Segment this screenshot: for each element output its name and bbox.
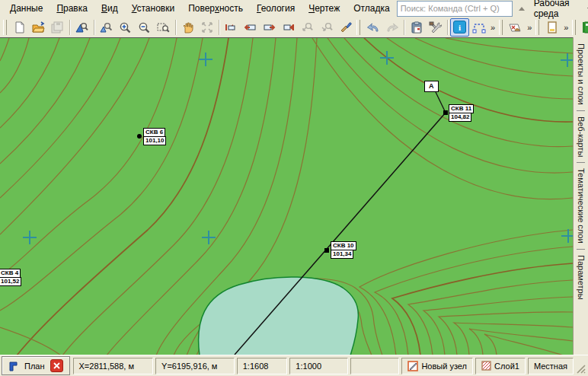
menu-surface[interactable]: Поверхность: [181, 1, 250, 16]
cursor-y-field: Y=6195,916, м: [155, 358, 235, 374]
map-canvas[interactable]: А СКВ 6101,10СКВ 11104,82СКВ 10101,34СКВ…: [0, 37, 573, 355]
zoom-history-forward-button[interactable]: [317, 18, 336, 37]
nav-prev-fragment-button[interactable]: [241, 18, 260, 37]
grid-cross-icon: [199, 53, 213, 66]
tab-thematic-layers[interactable]: Тематические слои: [577, 165, 586, 247]
grid-cross-icon: [23, 231, 37, 244]
nav-last-fragment-button[interactable]: [279, 18, 298, 37]
status-bar: План X=2811,588, м Y=6195,916, м 1:1608 …: [0, 355, 588, 376]
well-marker: [324, 248, 329, 253]
tab-projects-and-layers[interactable]: Проекты и слои: [577, 40, 586, 108]
info-button[interactable]: i: [450, 18, 469, 37]
toolbar-grip[interactable]: [3, 20, 7, 35]
coordinate-system-cell[interactable]: Местная: [528, 358, 574, 374]
nav-next-fragment-button[interactable]: [260, 18, 279, 37]
refresh-button[interactable]: [336, 18, 355, 37]
well-marker: [137, 134, 142, 139]
undo-button[interactable]: [363, 18, 382, 37]
fit-extents-button[interactable]: [197, 18, 216, 37]
plan-tab[interactable]: План: [2, 356, 70, 375]
toolbar-overflow-chevron[interactable]: »: [488, 20, 497, 35]
menu-drawing[interactable]: Чертеж: [302, 1, 347, 16]
menu-view[interactable]: Вид: [94, 1, 125, 16]
new-node-icon: [407, 361, 418, 371]
redo-button[interactable]: [382, 18, 401, 37]
tab-web-maps[interactable]: Веб-карты: [577, 113, 586, 160]
toolbar-grip[interactable]: [499, 20, 503, 35]
toolbar-overflow-chevron[interactable]: »: [561, 20, 570, 35]
resize-grip[interactable]: [576, 364, 586, 376]
toolbar-grip[interactable]: [535, 20, 539, 35]
toolbar-grip[interactable]: [356, 20, 360, 35]
pan-button[interactable]: [178, 18, 197, 37]
paste-button[interactable]: [407, 18, 426, 37]
zoom-in-button[interactable]: [116, 18, 135, 37]
open-button[interactable]: [29, 18, 48, 37]
plan-icon: [8, 361, 19, 371]
workspace-label: Рабочая среда: [534, 0, 584, 19]
menu-bar: Данные Правка Вид Установки Поверхность …: [0, 0, 588, 17]
tab-divider: [577, 110, 585, 111]
nav-first-fragment-button[interactable]: [222, 18, 241, 37]
grid-cross-icon: [561, 53, 573, 67]
toolbar-grip[interactable]: [572, 20, 576, 35]
menu-settings[interactable]: Установки: [125, 1, 182, 16]
toolbar-separator: [404, 20, 404, 35]
menu-debug[interactable]: Отладка: [347, 1, 396, 16]
toolbar-separator: [69, 20, 70, 35]
map-overlay: А СКВ 6101,10СКВ 11104,82СКВ 10101,34СКВ…: [0, 38, 573, 355]
measure-path-button[interactable]: [469, 18, 488, 37]
sheet-group-button[interactable]: [542, 18, 561, 37]
zoom-select-button[interactable]: [97, 18, 116, 37]
new-document-button[interactable]: [10, 18, 29, 37]
zoom-rect-button[interactable]: [154, 18, 173, 37]
point-a-label: А: [424, 81, 439, 92]
tab-parameters[interactable]: Параметры: [577, 252, 586, 303]
menu-bar-right: Рабочая среда ?: [397, 0, 588, 21]
well-label: СКВ 10101,34: [331, 241, 356, 259]
workspace-dropdown[interactable]: Рабочая среда: [531, 0, 588, 21]
plan-tab-label: План: [24, 362, 45, 371]
grid-cross-icon: [561, 229, 573, 243]
tools-button[interactable]: [426, 18, 445, 37]
surface-group-button[interactable]: [506, 18, 525, 37]
cursor-x-field: X=2811,588, м: [73, 358, 154, 374]
zoom-initial-button[interactable]: [72, 18, 91, 37]
empty-status-cell: [350, 358, 400, 374]
well-label: СКВ 6101,10: [143, 128, 166, 145]
application-window: Данные Правка Вид Установки Поверхность …: [0, 0, 588, 376]
info-icon: i: [453, 21, 466, 33]
tab-divider: [577, 249, 585, 250]
active-layer-cell[interactable]: Слой1: [475, 358, 526, 374]
collapse-caret-icon[interactable]: [519, 7, 525, 11]
toolbar-separator: [447, 20, 448, 35]
grid-cross-icon: [380, 51, 394, 65]
well-label: СКВ 11104,82: [449, 104, 474, 122]
layer-icon: [481, 361, 491, 371]
main-toolbar: i » » » »: [0, 17, 588, 38]
menu-edit[interactable]: Правка: [50, 1, 94, 16]
edit-mode-cell[interactable]: Новый узел: [401, 358, 473, 374]
zoom-history-back-button[interactable]: [298, 18, 317, 37]
grid-cross-icon: [202, 231, 216, 244]
view-scale-field[interactable]: 1:1608: [237, 358, 288, 374]
document-scale-field[interactable]: 1:1000: [289, 358, 347, 374]
well-label: СКВ 4101,52: [0, 269, 21, 286]
save-all-button[interactable]: [48, 18, 67, 37]
close-icon[interactable]: [50, 359, 63, 372]
command-search-input[interactable]: [397, 1, 513, 17]
help-book-group-button[interactable]: [579, 18, 588, 37]
zoom-out-button[interactable]: [135, 18, 154, 37]
toolbar-overflow-chevron[interactable]: »: [525, 20, 534, 35]
menu-geology[interactable]: Геология: [250, 1, 302, 16]
side-panel-tabstrip: Проекты и слои Веб-карты Тематические сл…: [573, 37, 588, 355]
tab-divider: [577, 162, 585, 163]
toolbar-separator: [94, 20, 94, 35]
well-marker: [443, 110, 448, 115]
toolbar-separator: [175, 20, 176, 35]
toolbar-separator: [219, 20, 219, 35]
menu-data[interactable]: Данные: [3, 1, 50, 16]
